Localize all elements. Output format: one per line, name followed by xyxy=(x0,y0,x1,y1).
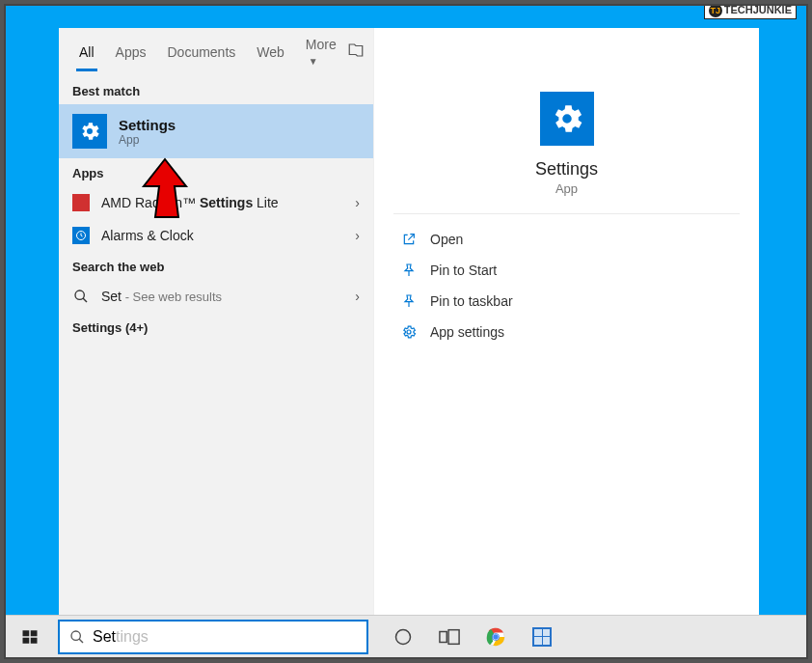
preview-column: Settings App Open Pin to Start Pin to ta… xyxy=(374,28,759,620)
result-label: Set - See web results xyxy=(101,289,343,304)
svg-point-1 xyxy=(75,290,84,299)
svg-point-12 xyxy=(396,629,411,644)
action-label: Open xyxy=(430,232,463,247)
tab-web[interactable]: Web xyxy=(246,39,295,66)
svg-point-10 xyxy=(71,631,80,640)
open-icon xyxy=(401,232,417,247)
section-search-web: Search the web xyxy=(59,252,373,280)
preview-title: Settings xyxy=(535,159,598,180)
action-label: Pin to taskbar xyxy=(430,293,513,309)
svg-line-11 xyxy=(79,639,83,643)
result-subtitle: App xyxy=(119,133,176,147)
windows-icon xyxy=(21,628,39,646)
action-label: App settings xyxy=(430,324,504,340)
svg-rect-13 xyxy=(440,631,447,642)
svg-rect-6 xyxy=(23,630,30,636)
calculator-icon xyxy=(532,627,552,647)
taskbar: Settings xyxy=(6,615,806,657)
result-amd-settings[interactable]: AMD Radeon™ Settings Lite › xyxy=(59,186,373,219)
result-label: Alarms & Clock xyxy=(101,228,343,243)
taskbar-app-chrome[interactable] xyxy=(482,623,509,650)
search-typed: Set xyxy=(93,628,116,646)
result-settings-app[interactable]: Settings App xyxy=(59,104,373,158)
chevron-down-icon: ▼ xyxy=(309,56,318,67)
watermark-badge: TJTECHJUNKIE xyxy=(704,4,797,19)
filter-tabs: All Apps Documents Web More ▼ ··· xyxy=(59,28,373,76)
svg-rect-9 xyxy=(31,637,38,643)
cortana-button[interactable] xyxy=(390,623,417,650)
svg-rect-8 xyxy=(23,637,30,643)
search-icon xyxy=(72,288,90,305)
action-label: Pin to Start xyxy=(430,262,497,278)
circle-icon xyxy=(393,627,413,647)
result-title: Settings xyxy=(119,117,176,133)
chevron-right-icon: › xyxy=(355,228,360,243)
divider xyxy=(393,213,740,214)
result-alarms-clock[interactable]: Alarms & Clock › xyxy=(59,219,373,252)
amd-icon xyxy=(72,194,90,211)
section-best-match: Best match xyxy=(59,76,373,104)
chrome-icon xyxy=(485,626,506,648)
tab-more[interactable]: More ▼ xyxy=(295,31,347,73)
tab-documents[interactable]: Documents xyxy=(156,39,246,66)
svg-line-2 xyxy=(83,298,87,302)
section-settings-more[interactable]: Settings (4+) xyxy=(59,313,373,341)
results-column: All Apps Documents Web More ▼ ··· Best m… xyxy=(59,28,374,620)
start-button[interactable] xyxy=(6,616,54,658)
action-open[interactable]: Open xyxy=(374,224,759,255)
action-pin-taskbar[interactable]: Pin to taskbar xyxy=(374,286,759,317)
tab-all[interactable]: All xyxy=(68,39,105,66)
tab-apps[interactable]: Apps xyxy=(105,39,157,66)
result-web-search[interactable]: Set - See web results › xyxy=(59,280,373,313)
pin-icon xyxy=(401,293,417,309)
action-app-settings[interactable]: App settings xyxy=(374,317,759,347)
task-view-button[interactable] xyxy=(436,623,463,650)
result-label: AMD Radeon™ Settings Lite xyxy=(101,195,343,210)
svg-point-18 xyxy=(493,634,499,640)
svg-rect-14 xyxy=(448,629,459,644)
gear-icon xyxy=(401,324,417,340)
preview-subtitle: App xyxy=(555,181,578,196)
section-apps: Apps xyxy=(59,158,373,186)
feedback-icon[interactable] xyxy=(347,41,365,63)
gear-icon xyxy=(540,92,594,146)
start-search-panel: All Apps Documents Web More ▼ ··· Best m… xyxy=(59,28,759,620)
svg-rect-7 xyxy=(31,630,38,636)
chevron-right-icon: › xyxy=(355,195,360,210)
search-suggestion: tings xyxy=(116,628,149,646)
pin-icon xyxy=(401,262,417,278)
svg-point-5 xyxy=(407,330,411,334)
search-icon xyxy=(69,629,85,645)
clock-icon xyxy=(72,227,90,244)
taskbar-app-calculator[interactable] xyxy=(528,623,555,650)
chevron-right-icon: › xyxy=(355,289,360,304)
task-view-icon xyxy=(439,628,460,646)
action-pin-start[interactable]: Pin to Start xyxy=(374,255,759,286)
gear-icon xyxy=(72,114,107,149)
taskbar-search[interactable]: Settings xyxy=(58,620,368,654)
